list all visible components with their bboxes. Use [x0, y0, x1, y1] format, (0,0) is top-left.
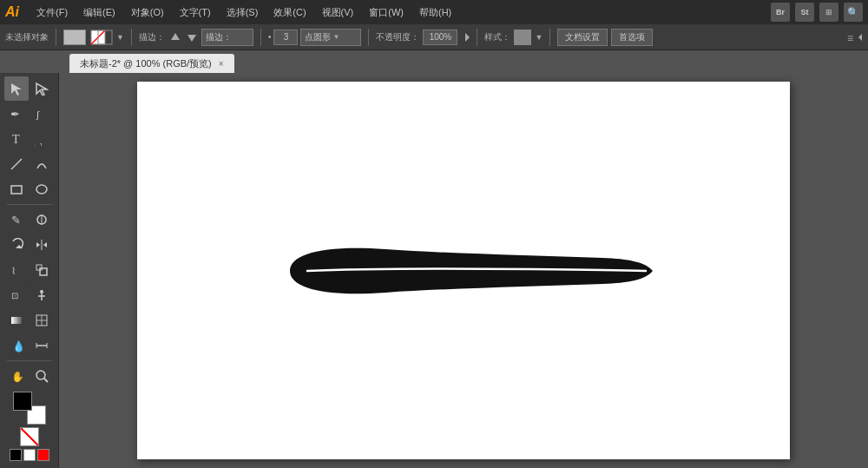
- stroke-width-dropdown[interactable]: 描边：: [201, 29, 253, 46]
- fg-bg-swatches[interactable]: [13, 392, 46, 425]
- style-label: 样式：: [484, 31, 510, 43]
- small-swatches: [10, 449, 49, 461]
- menu-view[interactable]: 视图(V): [315, 4, 361, 21]
- svg-point-40: [36, 371, 45, 379]
- tool-row-5: [4, 177, 54, 201]
- puppet-warp-tool[interactable]: [30, 283, 54, 307]
- tool-row-3: T T: [4, 127, 54, 151]
- canvas-area[interactable]: [59, 73, 868, 468]
- direct-select-tool[interactable]: [30, 76, 54, 101]
- small-red-swatch[interactable]: [37, 449, 49, 461]
- mesh-tool[interactable]: [30, 308, 54, 333]
- paintbrush-tool[interactable]: ✎: [4, 208, 29, 232]
- menu-edit[interactable]: 编辑(E): [76, 4, 122, 21]
- tool-separator-2: [7, 360, 52, 361]
- svg-text:T: T: [35, 143, 44, 146]
- style-dropdown-arrow: ▼: [535, 33, 542, 42]
- preferences-button[interactable]: 首选项: [611, 29, 653, 46]
- menu-file[interactable]: 文件(F): [30, 4, 75, 21]
- brush-size-group: • 点圆形 ▼: [268, 29, 362, 46]
- blob-brush-tool[interactable]: [30, 208, 54, 232]
- warp-tool[interactable]: ⌇: [4, 258, 29, 282]
- tool-row-2: ✒ ∫: [4, 102, 54, 126]
- document-tab[interactable]: 未标题-2* @ 100% (RGB/预览) ×: [69, 54, 234, 73]
- tool-row-11: 💧: [4, 333, 54, 358]
- brush-shape-label: 点圆形: [305, 31, 331, 43]
- small-white-swatch[interactable]: [23, 449, 36, 461]
- brush-stroke-svg: [273, 236, 654, 306]
- tool-row-6: ✎: [4, 208, 54, 232]
- tab-title: 未标题-2* @ 100% (RGB/预览): [80, 57, 212, 70]
- type-tool[interactable]: T: [4, 127, 29, 151]
- hand-tool[interactable]: ✋: [4, 364, 29, 388]
- separator-1: [56, 29, 56, 46]
- svg-marker-4: [187, 35, 196, 42]
- fill-swatch[interactable]: [63, 30, 86, 45]
- tool-row-8: ⌇: [4, 258, 54, 282]
- rotate-tool[interactable]: [4, 233, 29, 257]
- zoom-tool[interactable]: [30, 364, 54, 388]
- svg-text:T: T: [12, 133, 20, 146]
- menu-window[interactable]: 窗口(W): [362, 4, 411, 21]
- vertical-type-tool[interactable]: T: [30, 127, 54, 151]
- gradient-tool[interactable]: [4, 308, 29, 333]
- stock-icon[interactable]: St: [795, 3, 814, 22]
- artboard: [137, 82, 790, 459]
- brush-size-input[interactable]: [273, 30, 298, 45]
- svg-marker-23: [43, 242, 47, 247]
- opacity-more-icon[interactable]: [461, 30, 470, 44]
- bullet-icon: •: [268, 32, 272, 42]
- ellipse-tool[interactable]: [30, 177, 54, 201]
- separator-2: [131, 29, 132, 46]
- arrange-icon[interactable]: ⊞: [819, 3, 838, 22]
- separator-3: [260, 29, 261, 46]
- toolbox: ✒ ∫ T T: [0, 73, 59, 468]
- stroke-down-icon[interactable]: [185, 30, 199, 44]
- options-toolbar: 未选择对象 ▼ 描边： 描边： • 点圆形 ▼ 不透明度：: [0, 24, 868, 50]
- no-selection-label: 未选择对象: [5, 31, 49, 43]
- tool-row-7: [4, 233, 54, 257]
- tool-row-4: [4, 152, 54, 176]
- color-area: [10, 392, 49, 465]
- svg-text:💧: 💧: [12, 339, 23, 353]
- curvature-tool[interactable]: ∫: [30, 102, 54, 126]
- rect-tool[interactable]: [4, 177, 29, 201]
- bridge-icon[interactable]: Br: [771, 3, 790, 22]
- tab-close-button[interactable]: ×: [219, 59, 224, 69]
- menu-text[interactable]: 文字(T): [173, 4, 218, 21]
- brush-shape-arrow: ▼: [332, 33, 339, 41]
- opacity-label: 不透明度：: [376, 31, 419, 43]
- reflect-tool[interactable]: [30, 233, 54, 257]
- brush-shape-dropdown[interactable]: 点圆形 ▼: [300, 29, 361, 46]
- svg-marker-22: [36, 242, 40, 247]
- eyedropper-tool[interactable]: 💧: [4, 333, 29, 358]
- toolbar-options-icon[interactable]: ≡: [845, 29, 863, 46]
- brush-stroke: [273, 236, 654, 306]
- select-tool[interactable]: [4, 76, 29, 101]
- svg-text:✒: ✒: [10, 108, 20, 121]
- menu-effect[interactable]: 效果(C): [266, 4, 312, 21]
- arc-tool[interactable]: [30, 152, 54, 176]
- opacity-input[interactable]: [423, 30, 457, 45]
- measure-tool[interactable]: [30, 333, 54, 358]
- search-icon[interactable]: 🔍: [844, 3, 863, 22]
- small-black-swatch[interactable]: [10, 449, 22, 461]
- stroke-up-icon[interactable]: [168, 30, 182, 44]
- none-swatch[interactable]: [20, 427, 39, 446]
- menu-select[interactable]: 选择(S): [220, 4, 266, 21]
- line-tool[interactable]: [4, 152, 29, 176]
- menu-object[interactable]: 对象(O): [124, 4, 171, 21]
- menu-help[interactable]: 帮助(H): [412, 4, 458, 21]
- style-swatch[interactable]: [514, 30, 531, 45]
- svg-rect-26: [36, 265, 42, 270]
- pen-tool[interactable]: ✒: [4, 102, 29, 126]
- doc-settings-button[interactable]: 文档设置: [557, 29, 608, 46]
- foreground-swatch[interactable]: [13, 392, 32, 411]
- stroke-swatch[interactable]: [89, 29, 114, 46]
- tool-row-12: ✋: [4, 364, 54, 388]
- svg-line-14: [11, 159, 22, 169]
- svg-text:✋: ✋: [11, 370, 23, 383]
- toolbar-right: ≡: [845, 29, 863, 46]
- free-transform-tool[interactable]: ⊡: [4, 283, 29, 307]
- scale-tool[interactable]: [30, 258, 54, 282]
